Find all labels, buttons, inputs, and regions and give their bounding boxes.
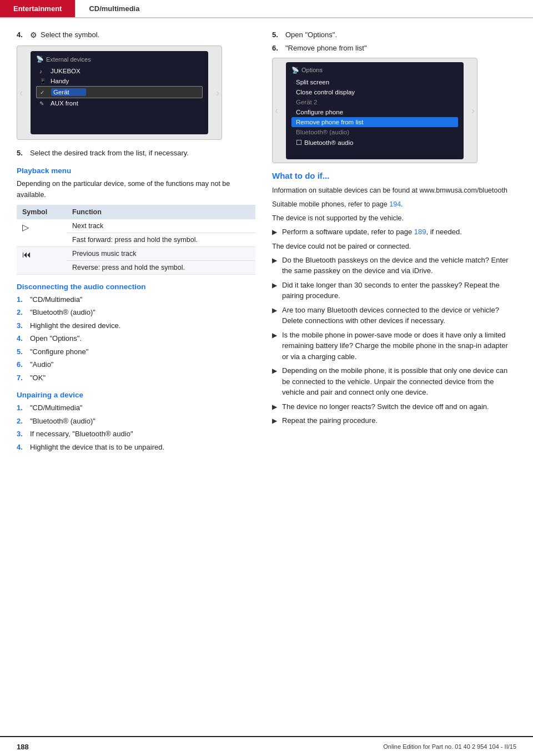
bullet-text-8: Repeat the pairing procedure. — [282, 415, 511, 426]
bullet-timeout: ▶ Did it take longer than 30 seconds to … — [272, 280, 511, 301]
device-label-1: Handy — [51, 78, 69, 84]
bullet-passkey-match: ▶ Do the Bluetooth passkeys on the devic… — [272, 255, 511, 276]
right-step-6-num: 6. — [272, 43, 282, 54]
disconnecting-heading: Disconnecting the audio connection — [17, 283, 255, 291]
link-189[interactable]: 189 — [414, 228, 426, 236]
options-bluetooth-audio-paren: Bluetooth® (audio) — [291, 127, 458, 137]
bullet-text-1: Perform a software update, refer to page… — [282, 226, 511, 238]
step-5-left: 5. Select the desired track from the lis… — [17, 148, 255, 159]
what-intro-2: Suitable mobile phones, refer to page 19… — [272, 199, 511, 210]
device-item-0[interactable]: ♪ JUKEBOX — [36, 66, 203, 76]
left-column: 4. ⚙ Select the symbol. ‹ 📡 External dev… — [17, 29, 255, 455]
options-close-display[interactable]: Close control display — [291, 87, 458, 97]
screen-title-icon: 📡 — [36, 56, 44, 63]
what-to-do-heading: What to do if... — [272, 171, 511, 180]
bullet-text-5: Is the mobile phone in power-save mode o… — [282, 330, 511, 362]
options-remove-phone[interactable]: Remove phone from list — [291, 117, 458, 127]
step-4: 4. ⚙ Select the symbol. — [17, 29, 255, 41]
right-step-5-text: Open "Options". — [285, 29, 337, 41]
function-prev-track: Previous music track — [67, 246, 255, 260]
options-screen-image: ‹ 📡 Options Split screen Close control d… — [272, 58, 477, 163]
disconnect-step-4: 4. Open "Options". — [17, 333, 255, 344]
disconnect-step-3: 3. Highlight the desired device. — [17, 320, 255, 331]
disconnect-step-5-text: "Configure phone" — [30, 346, 88, 357]
intro2-end: . — [401, 200, 403, 208]
bullet-text-7: The device no longer reacts? Switch the … — [282, 401, 511, 412]
disconnect-step-1: 1. "CD/Multimedia" — [17, 294, 255, 305]
tab-cd-multimedia[interactable]: CD/multimedia — [76, 0, 153, 17]
intro2-text: Suitable mobile phones, refer to page — [272, 200, 389, 208]
step-4-icon: ⚙ — [30, 29, 37, 41]
symbol-table: Symbol Function ▷ Next track Fast forwar… — [17, 205, 255, 275]
unpair-step-3-num: 3. — [17, 429, 27, 440]
options-split-screen[interactable]: Split screen — [291, 77, 458, 87]
symbol-prev: ⏮ — [17, 246, 67, 274]
unpair-step-4-text: Highlight the device that is to be unpai… — [30, 442, 164, 453]
intro2-link[interactable]: 194 — [389, 200, 401, 208]
bullet-arrow-4: ▶ — [272, 305, 278, 326]
what-intro-3: The device is not supported by the vehic… — [272, 213, 511, 224]
options-screen: 📡 Options Split screen Close control dis… — [286, 62, 464, 159]
unpair-step-1-num: 1. — [17, 402, 27, 414]
page-footer: 188 Online Edition for Part no. 01 40 2 … — [0, 736, 533, 756]
cannot-pair-text: The device could not be paired or connec… — [272, 241, 511, 252]
disconnect-step-3-text: Highlight the desired device. — [30, 320, 120, 331]
device-item-2[interactable]: ✓ Gerät — [36, 86, 203, 98]
bullet-text-2: Do the Bluetooth passkeys on the device … — [282, 255, 511, 276]
bullet-too-many: ▶ Are too many Bluetooth devices connect… — [272, 305, 511, 326]
tab-entertainment[interactable]: Entertainment — [0, 0, 75, 17]
device-label-2: Gerät — [51, 88, 86, 96]
device-item-3[interactable]: ✎ AUX front — [36, 98, 203, 108]
bullet-repeat-pairing: ▶ Repeat the pairing procedure. — [272, 415, 511, 426]
symbol-next: ▷ — [17, 219, 67, 247]
disconnect-step-1-num: 1. — [17, 294, 27, 305]
tab-cd-multimedia-label: CD/multimedia — [89, 4, 139, 13]
function-next-track: Next track — [67, 219, 255, 233]
disconnect-step-6-num: 6. — [17, 359, 27, 370]
table-row-2: ⏮ Previous music track — [17, 246, 255, 260]
options-configure-phone[interactable]: Configure phone — [291, 107, 458, 117]
device-item-1[interactable]: 📱 Handy — [36, 76, 203, 86]
playback-menu-desc: Depending on the particular device, some… — [17, 178, 255, 200]
footer-copyright: Online Edition for Part no. 01 40 2 954 … — [383, 743, 516, 750]
device-icon-1: 📱 — [39, 78, 47, 84]
tab-entertainment-label: Entertainment — [13, 4, 62, 13]
nav-arrow-right: › — [216, 87, 219, 99]
bullet-arrow-3: ▶ — [272, 280, 278, 301]
options-title-text: Options — [301, 67, 323, 73]
options-bluetooth-audio[interactable]: ☐ Bluetooth® audio — [291, 137, 458, 148]
disconnect-step-7-text: "OK" — [30, 372, 46, 384]
checkbox-label: Bluetooth® audio — [304, 139, 353, 146]
right-step-5-num: 5. — [272, 29, 282, 41]
unpair-step-3: 3. If necessary, "Bluetooth® audio" — [17, 429, 255, 440]
checkbox-icon: ☐ — [296, 139, 302, 147]
disconnect-step-5-num: 5. — [17, 346, 27, 357]
bullet-arrow-5: ▶ — [272, 330, 278, 362]
table-header-row: Symbol Function — [17, 205, 255, 219]
bullet-arrow-6: ▶ — [272, 366, 278, 398]
unpair-step-2-text: "Bluetooth® (audio)" — [30, 416, 95, 427]
bullet-text-3: Did it take longer than 30 seconds to en… — [282, 280, 511, 301]
disconnect-step-7-num: 7. — [17, 372, 27, 384]
disconnect-step-5: 5. "Configure phone" — [17, 346, 255, 357]
unpair-step-3-text: If necessary, "Bluetooth® audio" — [30, 429, 133, 440]
options-device-2: Gerät 2 — [291, 97, 458, 107]
options-screen-title: 📡 Options — [291, 67, 458, 74]
col-function: Function — [67, 205, 255, 219]
step-5-text: Select the desired track from the list, … — [30, 148, 189, 159]
step-5-num: 5. — [17, 148, 27, 159]
disconnect-step-2-text: "Bluetooth® (audio)" — [30, 307, 95, 318]
bullet-one-device: ▶ Depending on the mobile phone, it is p… — [272, 365, 511, 398]
bullet-arrow-1: ▶ — [272, 227, 278, 238]
unpair-step-4: 4. Highlight the device that is to be un… — [17, 442, 255, 453]
right-step-6: 6. "Remove phone from list" — [272, 43, 511, 54]
device-label-0: JUKEBOX — [51, 68, 81, 74]
disconnect-step-4-num: 4. — [17, 333, 27, 344]
device-screen: 📡 External devices ♪ JUKEBOX 📱 Handy ✓ G… — [31, 51, 208, 134]
disconnect-step-1-text: "CD/Multimedia" — [30, 294, 82, 305]
right-column: 5. Open "Options". 6. "Remove phone from… — [272, 29, 511, 455]
bullet-text-6: Depending on the mobile phone, it is pos… — [282, 365, 511, 398]
disconnect-step-7: 7. "OK" — [17, 372, 255, 384]
unpairing-heading: Unpairing a device — [17, 391, 255, 399]
unpair-step-2-num: 2. — [17, 416, 27, 427]
